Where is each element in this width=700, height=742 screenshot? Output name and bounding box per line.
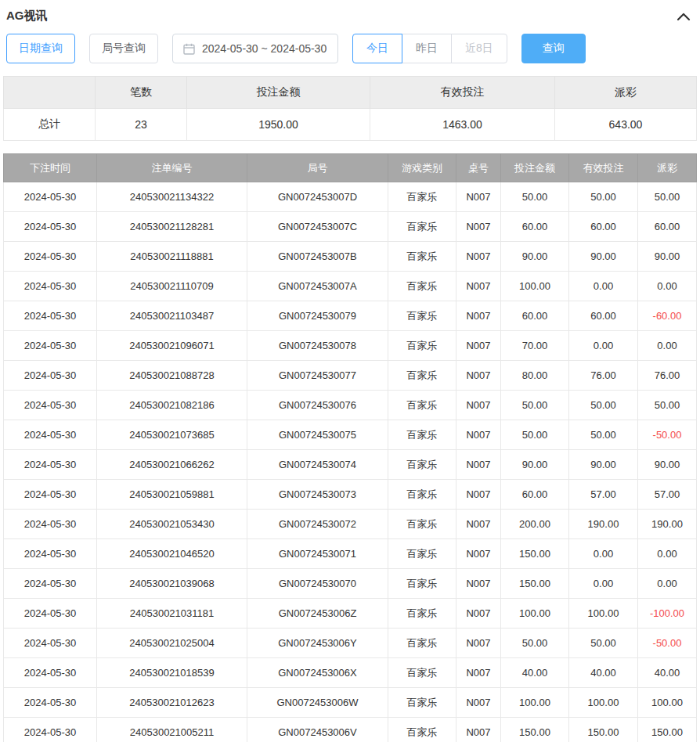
- table-row: 2024-05-30240530021118881GN0072453007B百家…: [4, 242, 697, 272]
- cell: 百家乐: [388, 212, 456, 242]
- cell: 百家乐: [388, 718, 456, 742]
- cell: 57.00: [569, 480, 638, 510]
- cell: 90.00: [501, 242, 569, 272]
- cell: N007: [456, 242, 501, 272]
- cell: 2024-05-30: [4, 539, 97, 569]
- cell: 百家乐: [388, 539, 456, 569]
- last-8-days-button[interactable]: 近8日: [451, 34, 507, 63]
- cell: 240530021031181: [97, 599, 247, 629]
- today-button[interactable]: 今日: [352, 34, 402, 63]
- cell: N007: [456, 539, 501, 569]
- table-row: 2024-05-30240530021031181GN0072453006Z百家…: [4, 599, 697, 629]
- cell: 57.00: [638, 480, 697, 510]
- table-row: 2024-05-30240530021046520GN00724530071百家…: [4, 539, 697, 569]
- cell: 2024-05-30: [4, 212, 97, 242]
- cell: 2024-05-30: [4, 658, 97, 688]
- cell: 0.00: [569, 272, 638, 301]
- summary-header-cell: 投注金额: [187, 77, 370, 109]
- cell: 50.00: [569, 391, 638, 420]
- cell: 90.00: [569, 242, 638, 272]
- cell: GN0072453006Z: [247, 599, 388, 629]
- round-query-button[interactable]: 局号查询: [89, 34, 158, 63]
- cell: 200.00: [501, 510, 569, 539]
- date-range-input[interactable]: 2024-05-30 ~ 2024-05-30: [172, 34, 338, 63]
- cell: 50.00: [501, 420, 569, 450]
- date-query-button[interactable]: 日期查询: [6, 34, 75, 63]
- table-row: 2024-05-30240530021082186GN00724530076百家…: [4, 391, 697, 420]
- summary-total-row: 总计231950.001463.00643.00: [4, 109, 697, 141]
- search-button[interactable]: 查询: [521, 34, 586, 63]
- page: AG视讯 日期查询 局号查询 2024-05-30 ~ 2024-05-30 今…: [0, 0, 700, 742]
- cell: 百家乐: [388, 599, 456, 629]
- cell: 240530021066262: [97, 450, 247, 480]
- cell: GN00724530075: [247, 420, 388, 450]
- cell: 50.00: [501, 391, 569, 420]
- cell: 150.00: [501, 539, 569, 569]
- cell: 60.00: [638, 212, 697, 242]
- cell: 2024-05-30: [4, 629, 97, 658]
- cell: 60.00: [501, 212, 569, 242]
- cell: 2024-05-30: [4, 361, 97, 391]
- table-row: 2024-05-30240530021088728GN00724530077百家…: [4, 361, 697, 391]
- summary-header-cell: 笔数: [96, 77, 187, 109]
- collapse-icon[interactable]: [675, 10, 692, 23]
- cell: 0.00: [569, 569, 638, 599]
- column-header: 注单编号: [97, 154, 247, 182]
- cell: 2024-05-30: [4, 391, 97, 420]
- cell: 百家乐: [388, 450, 456, 480]
- cell: GN00724530077: [247, 361, 388, 391]
- summary-header-row: 笔数投注金额有效投注派彩: [4, 77, 697, 109]
- cell: 百家乐: [388, 272, 456, 301]
- summary-value: 1463.00: [370, 109, 555, 141]
- cell: 240530021005211: [97, 718, 247, 742]
- cell: 50.00: [638, 391, 697, 420]
- cell: 0.00: [569, 331, 638, 361]
- table-row: 2024-05-30240530021059881GN00724530073百家…: [4, 480, 697, 510]
- cell: N007: [456, 391, 501, 420]
- cell: 240530021046520: [97, 539, 247, 569]
- column-header: 有效投注: [569, 154, 638, 182]
- cell: 0.00: [638, 272, 697, 301]
- table-row: 2024-05-30240530021005211GN0072453006V百家…: [4, 718, 697, 742]
- cell: 90.00: [638, 450, 697, 480]
- cell: 2024-05-30: [4, 510, 97, 539]
- cell: 2024-05-30: [4, 569, 97, 599]
- column-header: 局号: [247, 154, 388, 182]
- cell: 50.00: [638, 182, 697, 212]
- yesterday-button[interactable]: 昨日: [402, 34, 452, 63]
- cell: 150.00: [569, 718, 638, 742]
- cell: 百家乐: [388, 182, 456, 212]
- cell: 50.00: [501, 629, 569, 658]
- cell: 2024-05-30: [4, 688, 97, 718]
- cell: GN00724530073: [247, 480, 388, 510]
- cell: N007: [456, 301, 501, 331]
- cell: 240530021088728: [97, 361, 247, 391]
- bets-header-row: 下注时间注单编号局号游戏类别桌号投注金额有效投注派彩: [4, 154, 697, 182]
- cell: GN0072453007C: [247, 212, 388, 242]
- cell: N007: [456, 569, 501, 599]
- cell: GN00724530076: [247, 391, 388, 420]
- cell: 70.00: [501, 331, 569, 361]
- table-row: 2024-05-30240530021103487GN00724530079百家…: [4, 301, 697, 331]
- cell: 240530021082186: [97, 391, 247, 420]
- summary-header-cell: 派彩: [555, 77, 697, 109]
- column-header: 派彩: [638, 154, 697, 182]
- cell: 76.00: [638, 361, 697, 391]
- cell: 80.00: [501, 361, 569, 391]
- cell: 240530021025004: [97, 629, 247, 658]
- cell: 240530021110709: [97, 272, 247, 301]
- cell: 190.00: [569, 510, 638, 539]
- cell: N007: [456, 718, 501, 742]
- cell: 100.00: [501, 688, 569, 718]
- table-row: 2024-05-30240530021110709GN0072453007A百家…: [4, 272, 697, 301]
- cell: N007: [456, 212, 501, 242]
- date-range-value: 2024-05-30 ~ 2024-05-30: [202, 42, 327, 55]
- page-header: AG视讯: [3, 0, 697, 29]
- table-row: 2024-05-30240530021039068GN00724530070百家…: [4, 569, 697, 599]
- table-row: 2024-05-30240530021053430GN00724530072百家…: [4, 510, 697, 539]
- cell: 90.00: [569, 450, 638, 480]
- cell: N007: [456, 182, 501, 212]
- cell: 190.00: [638, 510, 697, 539]
- table-row: 2024-05-30240530021066262GN00724530074百家…: [4, 450, 697, 480]
- cell: N007: [456, 480, 501, 510]
